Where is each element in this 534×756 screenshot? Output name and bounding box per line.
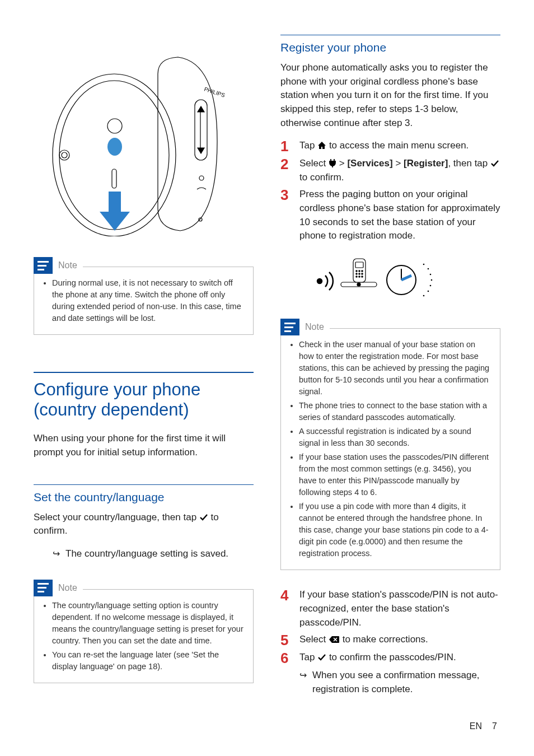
step-row: 2 Select > [Services] > [Register], then… — [280, 157, 500, 184]
svg-point-21 — [356, 276, 357, 277]
step-row: 4 If your base station's passcode/PIN is… — [280, 588, 500, 629]
note-list: Check in the user manual of your base st… — [290, 339, 491, 559]
svg-point-23 — [362, 276, 363, 277]
footer-page-number: 7 — [492, 721, 497, 731]
step-text: Press the paging button on your original… — [299, 188, 500, 243]
step-text: Select to make corrections. — [299, 633, 500, 647]
result-row: ↪ When you see a confirmation message, r… — [299, 669, 500, 696]
note-item: If your base station uses the passcodes/… — [299, 451, 491, 498]
note-icon — [34, 257, 53, 274]
note-box-1: Note During normal use, it is not necess… — [34, 267, 254, 335]
svg-point-29 — [430, 285, 432, 287]
svg-point-11 — [317, 279, 322, 283]
plug-icon — [329, 158, 336, 167]
home-icon — [317, 141, 326, 150]
svg-point-3 — [62, 152, 67, 158]
svg-point-5 — [107, 138, 122, 156]
step-number: 1 — [280, 139, 292, 153]
svg-rect-4 — [107, 119, 122, 133]
step-text: Tap to access the main menu screen. — [299, 139, 500, 153]
figure-base-station-paging — [280, 246, 500, 314]
svg-point-8 — [199, 176, 204, 180]
check-icon — [199, 514, 208, 521]
note-list: The country/language setting option is c… — [43, 600, 244, 673]
svg-point-27 — [430, 274, 432, 276]
result-text: When you see a confirmation message, reg… — [312, 669, 500, 696]
note-title: Note — [58, 583, 77, 593]
svg-rect-6 — [112, 169, 116, 188]
step-row: 5 Select to make corrections. — [280, 633, 500, 647]
step-text: Tap to confirm the passcodes/PIN. — [299, 651, 500, 665]
two-column-layout: PHILIPS Note During normal use, it is no… — [34, 35, 500, 707]
section-intro: When using your phone for the first time… — [34, 432, 254, 459]
check-icon — [490, 160, 499, 167]
step-number: 2 — [280, 157, 292, 171]
page-footer: EN 7 — [470, 721, 497, 731]
svg-point-31 — [423, 295, 425, 297]
backspace-icon — [329, 636, 340, 643]
step-number: 3 — [280, 188, 292, 202]
step-text: Select > [Services] > [Register], then t… — [299, 157, 500, 184]
svg-point-19 — [359, 273, 360, 274]
footer-lang: EN — [470, 721, 482, 731]
result-arrow-icon: ↪ — [53, 547, 60, 561]
note-box-2: Note The country/language setting option… — [34, 589, 254, 683]
svg-point-15 — [356, 270, 357, 272]
subheading-country-language: Set the country/language — [34, 484, 254, 504]
note-icon — [280, 319, 299, 335]
page: PHILIPS Note During normal use, it is no… — [0, 0, 534, 756]
svg-point-20 — [362, 273, 363, 274]
step-row: 3 Press the paging button on your origin… — [280, 188, 500, 243]
note-item: The phone tries to connect to the base s… — [299, 400, 491, 423]
note-title: Note — [58, 260, 77, 270]
svg-text:PHILIPS: PHILIPS — [203, 86, 226, 98]
svg-point-16 — [359, 270, 360, 272]
note-list: During normal use, it is not necessary t… — [43, 277, 244, 324]
register-intro: Your phone automatically asks you to reg… — [280, 61, 500, 130]
step-number: 4 — [280, 588, 292, 603]
svg-point-17 — [362, 270, 363, 272]
step-row: 6 Tap to confirm the passcodes/PIN. — [280, 651, 500, 665]
note-item: Check in the user manual of your base st… — [299, 339, 491, 398]
svg-point-12 — [357, 283, 360, 286]
svg-point-26 — [428, 268, 429, 270]
svg-point-28 — [431, 279, 433, 281]
svg-point-18 — [356, 273, 357, 274]
step-text: If your base station's passcode/PIN is n… — [299, 588, 500, 629]
set-country-body: Select your country/language, then tap t… — [34, 511, 254, 538]
step-number: 5 — [280, 633, 292, 647]
svg-point-25 — [423, 264, 425, 265]
svg-point-2 — [59, 150, 69, 160]
step-number: 6 — [280, 651, 292, 665]
svg-point-22 — [359, 276, 360, 277]
phone-dock-illustration: PHILIPS — [34, 35, 235, 236]
svg-point-30 — [428, 291, 429, 292]
note-box-3: Note Check in the user manual of your ba… — [280, 328, 500, 570]
subheading-register-phone: Register your phone — [280, 35, 500, 54]
note-item: During normal use, it is not necessary t… — [52, 277, 244, 324]
result-arrow-icon: ↪ — [299, 669, 307, 682]
result-row: ↪ The country/language setting is saved. — [53, 547, 254, 561]
step-row: 1 Tap to access the main menu screen. — [280, 139, 500, 153]
note-title: Note — [305, 322, 324, 332]
result-text: The country/language setting is saved. — [65, 547, 228, 561]
section-heading-configure: Configure your phone (country dependent) — [34, 372, 254, 419]
note-item: A successful registration is indicated b… — [299, 426, 491, 449]
note-icon — [34, 580, 53, 596]
note-item: If you use a pin code with more than 4 d… — [299, 501, 491, 559]
note-item: The country/language setting option is c… — [52, 600, 244, 647]
note-item: You can re-set the language later (see '… — [52, 649, 244, 673]
check-icon — [317, 654, 326, 661]
figure-phone-dock: PHILIPS — [34, 35, 254, 252]
